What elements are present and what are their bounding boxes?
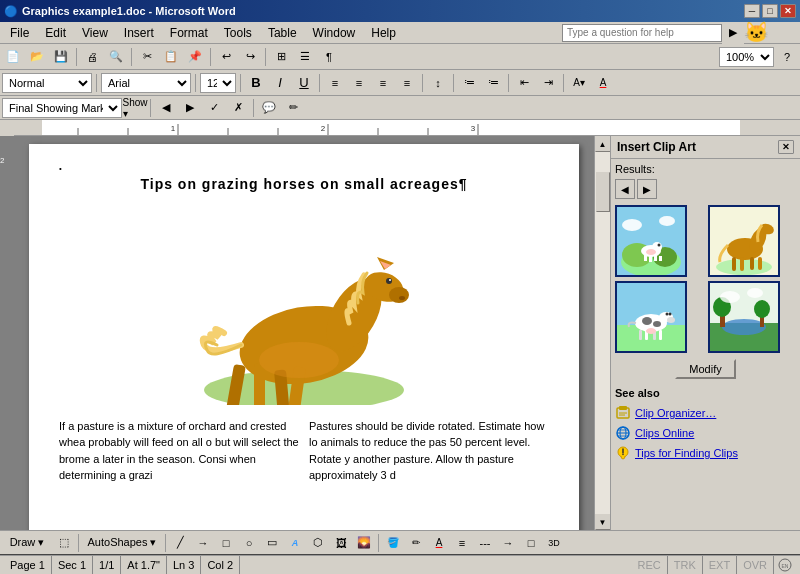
- close-button[interactable]: ✕: [780, 4, 796, 18]
- open-button[interactable]: 📂: [26, 46, 48, 68]
- undo-button[interactable]: ↩: [215, 46, 237, 68]
- line-spacing-button[interactable]: ↕: [427, 72, 449, 94]
- menu-table[interactable]: Table: [260, 24, 305, 42]
- print-preview-button[interactable]: 🔍: [105, 46, 127, 68]
- clip-item-4[interactable]: [708, 281, 780, 353]
- clip-art-panel: Insert Clip Art ✕ Results: ◀ ▶: [610, 136, 800, 530]
- scroll-thumb[interactable]: [596, 172, 610, 212]
- fill-color-button[interactable]: 🪣: [382, 532, 404, 554]
- clip-item-3[interactable]: [615, 281, 687, 353]
- copy-button[interactable]: 📋: [160, 46, 182, 68]
- panel-close-button[interactable]: ✕: [778, 140, 794, 154]
- menu-window[interactable]: Window: [305, 24, 364, 42]
- panel-controls: ✕: [778, 140, 794, 154]
- svg-point-44: [659, 216, 675, 226]
- 3d-button[interactable]: 3D: [543, 532, 565, 554]
- word-art-button[interactable]: A: [284, 532, 306, 554]
- markup-mode-select[interactable]: Final Showing Markup Final Original: [2, 98, 122, 118]
- show-hide-button[interactable]: ¶: [318, 46, 340, 68]
- zoom-select[interactable]: 100% 75% 150%: [719, 47, 774, 67]
- track-button[interactable]: ✏: [282, 97, 304, 119]
- reject-change-button[interactable]: ✗: [227, 97, 249, 119]
- maximize-button[interactable]: □: [762, 4, 778, 18]
- font-select[interactable]: Arial: [101, 73, 191, 93]
- next-change-button[interactable]: ▶: [179, 97, 201, 119]
- highlight-button[interactable]: A▾: [568, 72, 590, 94]
- table-button[interactable]: ⊞: [270, 46, 292, 68]
- help-arrow-button[interactable]: ▶: [722, 22, 744, 44]
- select-objects-button[interactable]: ⬚: [53, 532, 75, 554]
- menu-insert[interactable]: Insert: [116, 24, 162, 42]
- help-search-input[interactable]: [562, 24, 722, 42]
- new-button[interactable]: 📄: [2, 46, 24, 68]
- comment-button[interactable]: 💬: [258, 97, 280, 119]
- font-color-button[interactable]: A: [592, 72, 614, 94]
- clip-art-button[interactable]: 🖼: [330, 532, 352, 554]
- align-center-button[interactable]: ≡: [348, 72, 370, 94]
- picture-button[interactable]: 🌄: [353, 532, 375, 554]
- page-scroll-area[interactable]: • Tips on grazing horses on small acreag…: [14, 136, 594, 530]
- show-markup-button[interactable]: Show ▾: [124, 97, 146, 119]
- menu-file[interactable]: File: [2, 24, 37, 42]
- italic-button[interactable]: I: [269, 72, 291, 94]
- clip-item-1[interactable]: [615, 205, 687, 277]
- menu-edit[interactable]: Edit: [37, 24, 74, 42]
- menu-view[interactable]: View: [74, 24, 116, 42]
- oval-button[interactable]: ○: [238, 532, 260, 554]
- panel-title: Insert Clip Art: [617, 140, 696, 154]
- svg-point-18: [389, 279, 391, 281]
- cut-button[interactable]: ✂: [136, 46, 158, 68]
- size-select[interactable]: 12: [200, 73, 236, 93]
- font-color-draw-button[interactable]: A: [428, 532, 450, 554]
- accept-change-button[interactable]: ✓: [203, 97, 225, 119]
- panel-back-button[interactable]: ◀: [615, 179, 635, 199]
- redo-button[interactable]: ↪: [239, 46, 261, 68]
- draw-menu-button[interactable]: Draw ▾: [2, 532, 52, 554]
- arrow-button[interactable]: →: [192, 532, 214, 554]
- dash-style-button[interactable]: ---: [474, 532, 496, 554]
- clip-organizer-link[interactable]: Clip Organizer…: [615, 403, 796, 423]
- menu-format[interactable]: Format: [162, 24, 216, 42]
- style-select[interactable]: Normal: [2, 73, 92, 93]
- zoom-help[interactable]: ?: [776, 46, 798, 68]
- scroll-down-button[interactable]: ▼: [595, 514, 611, 530]
- modify-button[interactable]: Modify: [675, 359, 735, 379]
- numbering-button[interactable]: ≔: [482, 72, 504, 94]
- align-right-button[interactable]: ≡: [372, 72, 394, 94]
- print-button[interactable]: 🖨: [81, 46, 103, 68]
- save-button[interactable]: 💾: [50, 46, 72, 68]
- autoshapes-button[interactable]: AutoShapes ▾: [82, 532, 162, 554]
- text-box-button[interactable]: ▭: [261, 532, 283, 554]
- clips-online-link[interactable]: Clips Online: [615, 423, 796, 443]
- line-style-button[interactable]: ≡: [451, 532, 473, 554]
- svg-text:1: 1: [171, 124, 176, 133]
- scroll-up-button[interactable]: ▲: [595, 136, 611, 152]
- underline-button[interactable]: U: [293, 72, 315, 94]
- outdent-button[interactable]: ⇤: [513, 72, 535, 94]
- arrow-style-button[interactable]: →: [497, 532, 519, 554]
- line-color-button[interactable]: ✏: [405, 532, 427, 554]
- bold-button[interactable]: B: [245, 72, 267, 94]
- panel-forward-button[interactable]: ▶: [637, 179, 657, 199]
- clip-item-2[interactable]: [708, 205, 780, 277]
- rectangle-button[interactable]: □: [215, 532, 237, 554]
- diagram-button[interactable]: ⬡: [307, 532, 329, 554]
- prev-change-button[interactable]: ◀: [155, 97, 177, 119]
- line-button[interactable]: ╱: [169, 532, 191, 554]
- menu-tools[interactable]: Tools: [216, 24, 260, 42]
- modify-btn-container: Modify: [615, 359, 796, 387]
- justify-button[interactable]: ≡: [396, 72, 418, 94]
- horse-image-area: [59, 205, 549, 408]
- paste-button[interactable]: 📌: [184, 46, 206, 68]
- doc-para1: If a pasture is a mixture of orchard and…: [59, 418, 299, 484]
- indent-button[interactable]: ⇥: [537, 72, 559, 94]
- align-left-button[interactable]: ≡: [324, 72, 346, 94]
- tips-finding-clips-link[interactable]: Tips for Finding Clips: [615, 443, 796, 463]
- scroll-track[interactable]: [595, 152, 611, 514]
- minimize-button[interactable]: ─: [744, 4, 760, 18]
- menu-help[interactable]: Help: [363, 24, 404, 42]
- bullets-button[interactable]: ≔: [458, 72, 480, 94]
- columns-button[interactable]: ☰: [294, 46, 316, 68]
- shadow-button[interactable]: □: [520, 532, 542, 554]
- vertical-scrollbar[interactable]: ▲ ▼: [594, 136, 610, 530]
